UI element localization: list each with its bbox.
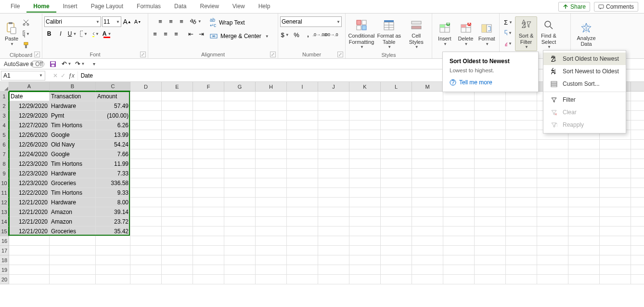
cell[interactable]	[537, 198, 568, 207]
cell[interactable]	[381, 149, 412, 159]
cell[interactable]: Groceries	[50, 178, 96, 188]
cell[interactable]	[475, 120, 506, 130]
cell[interactable]	[224, 111, 256, 120]
row-header[interactable]: 19	[0, 265, 9, 275]
cell[interactable]	[130, 246, 162, 255]
row-header[interactable]: 14	[0, 217, 9, 227]
cell[interactable]	[193, 227, 224, 236]
cell[interactable]	[287, 255, 318, 265]
tab-page-layout[interactable]: Page Layout	[84, 1, 130, 13]
cell[interactable]	[224, 227, 256, 236]
cell[interactable]	[475, 265, 506, 275]
align-right-button[interactable]: ≡	[171, 29, 181, 39]
analyze-data-button[interactable]: Analyze Data	[573, 16, 600, 51]
cell[interactable]	[631, 217, 644, 227]
cell[interactable]	[443, 169, 475, 178]
cell[interactable]	[506, 92, 537, 101]
cell[interactable]	[193, 149, 224, 159]
cell[interactable]	[443, 92, 475, 101]
cell[interactable]	[412, 255, 443, 265]
row-header[interactable]: 10	[0, 178, 9, 188]
cell[interactable]: 12/27/2020	[9, 120, 50, 130]
cell[interactable]	[475, 111, 506, 120]
cell[interactable]	[506, 227, 537, 236]
cell[interactable]	[631, 275, 644, 284]
cell[interactable]	[443, 255, 475, 265]
alignment-launcher[interactable]: ⤢	[270, 52, 276, 57]
font-size-select[interactable]: 11▼	[102, 16, 121, 27]
increase-font-button[interactable]: A▲	[122, 17, 132, 27]
name-box[interactable]: A1▼	[1, 71, 45, 80]
row-header[interactable]: 15	[0, 227, 9, 236]
format-cells-button[interactable]: Format▼	[476, 16, 497, 51]
cell[interactable]	[349, 227, 381, 236]
cell[interactable]: Amazon	[50, 217, 96, 227]
cell[interactable]	[443, 217, 475, 227]
cell[interactable]	[318, 140, 349, 149]
cell[interactable]	[631, 265, 644, 275]
cell[interactable]	[162, 92, 193, 101]
delete-cells-button[interactable]: × Delete▼	[455, 16, 477, 51]
cell[interactable]	[443, 275, 475, 284]
cell[interactable]	[506, 265, 537, 275]
cell[interactable]	[349, 120, 381, 130]
cell[interactable]	[349, 149, 381, 159]
cell[interactable]	[318, 111, 349, 120]
cell[interactable]	[130, 92, 162, 101]
column-header[interactable]: K	[349, 82, 381, 92]
cell[interactable]	[287, 198, 318, 207]
cell[interactable]	[162, 111, 193, 120]
column-header[interactable]: A	[9, 82, 50, 92]
cell[interactable]	[412, 188, 443, 198]
column-header[interactable]: D	[130, 82, 162, 92]
cell[interactable]	[162, 275, 193, 284]
cell[interactable]	[287, 246, 318, 255]
cell[interactable]	[568, 169, 600, 178]
cell[interactable]	[318, 130, 349, 140]
cell[interactable]	[287, 101, 318, 111]
cell[interactable]	[193, 178, 224, 188]
cell[interactable]	[130, 188, 162, 198]
cell[interactable]	[287, 178, 318, 188]
cell[interactable]	[256, 188, 287, 198]
menu-custom-sort[interactable]: Custom Sort...	[543, 78, 626, 90]
number-format-select[interactable]: General▼	[280, 16, 342, 27]
font-launcher[interactable]: ⤢	[140, 52, 146, 57]
cell[interactable]	[130, 275, 162, 284]
cell[interactable]	[412, 130, 443, 140]
wrap-text-button[interactable]: ab↵cWrap Text	[209, 16, 246, 29]
menu-sort-newest[interactable]: ZA Sort Newest to Oldest	[543, 65, 626, 78]
cell[interactable]	[631, 236, 644, 246]
cell[interactable]	[318, 246, 349, 255]
cell[interactable]	[381, 207, 412, 217]
cell[interactable]	[287, 111, 318, 120]
cell[interactable]	[475, 236, 506, 246]
cell[interactable]	[256, 246, 287, 255]
cell[interactable]	[318, 265, 349, 275]
paste-button[interactable]: Paste ▼	[2, 16, 21, 51]
cell[interactable]	[537, 149, 568, 159]
cell[interactable]	[600, 149, 631, 159]
cell[interactable]	[193, 130, 224, 140]
tooltip-help-link[interactable]: ? Tell me more	[450, 79, 531, 86]
cell[interactable]	[443, 111, 475, 120]
cell[interactable]	[193, 217, 224, 227]
cell[interactable]	[506, 149, 537, 159]
format-table-button[interactable]: Format as Table▼	[375, 16, 403, 51]
cell[interactable]	[475, 140, 506, 149]
cell[interactable]	[631, 120, 644, 130]
row-header[interactable]: 6	[0, 140, 9, 149]
cell[interactable]	[287, 275, 318, 284]
cell[interactable]	[162, 207, 193, 217]
cell[interactable]	[318, 255, 349, 265]
cell[interactable]	[600, 140, 631, 149]
row-header[interactable]: 18	[0, 255, 9, 265]
cell[interactable]	[443, 188, 475, 198]
cell[interactable]	[162, 265, 193, 275]
cell[interactable]	[568, 255, 600, 265]
column-header[interactable]: G	[224, 82, 256, 92]
cell[interactable]	[443, 101, 475, 111]
cell[interactable]	[381, 227, 412, 236]
cell[interactable]	[130, 198, 162, 207]
column-header[interactable]: E	[162, 82, 193, 92]
